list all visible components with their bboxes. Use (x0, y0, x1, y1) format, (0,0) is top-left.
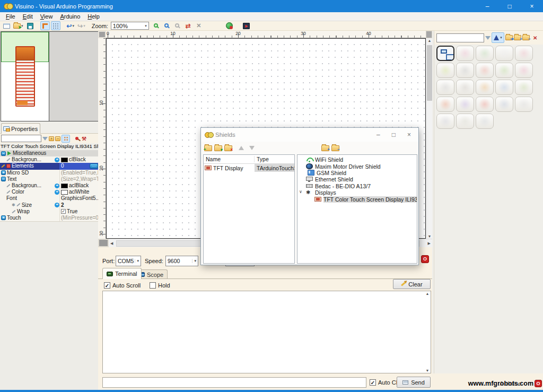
property-row-font[interactable]: FontGraphicsFont5... (0, 195, 98, 202)
component-search-input[interactable] (436, 33, 484, 42)
add-shield-button[interactable]: + (204, 145, 212, 151)
canvas-vertical-scrollbar[interactable]: ▲ ▼ (426, 38, 432, 239)
menu-edit[interactable]: Edit (19, 13, 37, 20)
menu-arduino[interactable]: Arduino (56, 13, 84, 20)
terminal-output[interactable]: ▲ ▼ (102, 291, 431, 373)
palette-item-19[interactable] (495, 97, 513, 112)
menu-file[interactable]: File (2, 13, 19, 20)
clear-button[interactable]: Clear (393, 279, 431, 289)
pin-icon[interactable] (75, 137, 78, 140)
palette-item-16[interactable] (436, 97, 454, 112)
tree-item-tft-color-touch-screen-display-ili9341-shield[interactable]: TFT Color Touch Screen Display ILI9341 S… (297, 196, 417, 202)
route-mode-toggle[interactable] (40, 21, 50, 30)
hold-checkbox[interactable]: Hold (150, 282, 170, 289)
close-button[interactable]: × (521, 0, 543, 12)
collapse-tree-button[interactable]: − (331, 145, 339, 151)
category-view-button[interactable] (62, 135, 70, 143)
upload-button[interactable]: ► (242, 21, 251, 30)
send-input[interactable] (102, 377, 366, 388)
save-button[interactable] (25, 21, 35, 30)
tree-item-bedac-be-dio-a13-7[interactable]: Bedac - BE-DIO A13/7 (297, 183, 417, 189)
zoom-reset-button[interactable] (173, 21, 182, 30)
palette-item-9[interactable] (495, 63, 513, 78)
refresh-button[interactable]: ⇄ (183, 21, 193, 30)
status-stop-icon[interactable]: O (535, 380, 542, 387)
menu-help[interactable]: Help (84, 13, 103, 20)
palette-item-4[interactable] (495, 46, 513, 61)
property-row-color[interactable]: Color+aclWhite (0, 189, 98, 195)
disconnect-icon[interactable]: O (421, 255, 429, 263)
expand-categories-icon[interactable]: + (514, 35, 521, 40)
send-button[interactable]: Send (397, 377, 431, 388)
property-row-micro-sd[interactable]: +Micro SD(Enabled=True,El... (0, 170, 98, 176)
palette-item-1[interactable] (436, 46, 454, 61)
list-header[interactable]: Name Type (204, 155, 294, 164)
property-row-backgroun-[interactable]: Backgroun...+aclBlack (0, 182, 98, 189)
tab-properties[interactable]: Properties (1, 123, 40, 134)
tree-item-gsm-shield[interactable]: GSM Shield (297, 170, 417, 176)
dialog-minimize-button[interactable]: – (376, 131, 380, 138)
palette-item-22[interactable] (456, 114, 474, 129)
move-up-button[interactable] (239, 146, 244, 150)
property-row-elements[interactable]: Elements0··· (0, 163, 98, 169)
tree-item-maxim-motor-driver-shield[interactable]: Maxim Motor Driver Shield (297, 163, 417, 169)
palette-item-3[interactable] (476, 46, 494, 61)
dialog-close-button[interactable]: × (407, 131, 411, 138)
grid-toggle[interactable] (51, 21, 60, 30)
delete-button[interactable]: ✕ (194, 21, 204, 30)
open-button[interactable]: ➤▾ (12, 21, 24, 30)
scroll-left-arrow[interactable]: ◀ (110, 241, 113, 246)
palette-item-6[interactable] (436, 63, 454, 78)
property-row-size[interactable]: ✱Size+2 (0, 202, 98, 208)
expand-all-icon[interactable]: + (49, 136, 54, 141)
auto-scroll-checkbox[interactable]: ✓Auto Scroll (104, 282, 141, 289)
duplicate-shield-button[interactable]: ▾ (214, 145, 222, 151)
undo-button[interactable]: ↩▾ (66, 21, 76, 30)
tree-item-wifi-shield[interactable]: WiFi Shield (297, 156, 417, 163)
tab-terminal[interactable]: Terminal (102, 268, 142, 279)
expand-tree-button[interactable]: + (321, 145, 329, 151)
palette-item-12[interactable] (456, 80, 474, 95)
scroll-right-arrow[interactable]: ▶ (428, 241, 431, 246)
property-row-text[interactable]: −Text(Size=2,Wrap=Tr... (0, 176, 98, 182)
zoom-in-button[interactable] (152, 21, 161, 30)
component-preview[interactable] (1, 31, 49, 121)
filter-icon[interactable] (42, 137, 48, 141)
dialog-maximize-button[interactable]: □ (392, 131, 396, 138)
zoom-select[interactable]: 100%▾ (111, 22, 149, 30)
scroll-up-arrow[interactable]: ▲ (426, 39, 433, 42)
terminal-scroll-down[interactable]: ▼ (425, 369, 430, 372)
collapse-categories-icon[interactable]: − (522, 35, 530, 40)
palette-item-5[interactable] (515, 46, 533, 61)
palette-item-8[interactable] (476, 63, 494, 78)
scroll-down-arrow[interactable]: ▼ (426, 234, 433, 238)
menu-view[interactable]: View (37, 13, 57, 20)
settings-icon[interactable]: ⚒ (82, 136, 86, 142)
vertical-scroll-thumb[interactable] (427, 45, 432, 101)
palette-item-15[interactable] (515, 80, 533, 95)
property-row-backgroun-[interactable]: Backgroun...+clBlack (0, 156, 98, 163)
new-project-button[interactable] (2, 21, 11, 30)
redo-button[interactable]: ↪▾ (76, 21, 86, 30)
web-help-button[interactable] (225, 21, 234, 30)
minimize-button[interactable]: – (476, 0, 498, 12)
zoom-out-button[interactable] (162, 21, 172, 30)
move-down-button[interactable] (249, 146, 255, 150)
palette-item-10[interactable] (515, 63, 533, 78)
wizard-button[interactable]: ▾ (492, 32, 504, 43)
properties-search-input[interactable] (1, 135, 41, 142)
palette-item-23[interactable] (476, 114, 494, 129)
property-row-wrap[interactable]: Wrap✓True (0, 208, 98, 215)
open-category-icon[interactable]: ➜ (505, 35, 513, 40)
dialog-title-bar[interactable]: Shields – □ × (201, 128, 418, 142)
property-row-miscellaneous[interactable]: −Miscellaneous (0, 150, 98, 156)
palette-item-13[interactable] (476, 80, 494, 95)
resize-grip[interactable] (98, 239, 109, 247)
component-filter-icon[interactable] (485, 36, 491, 40)
palette-item-18[interactable] (476, 97, 494, 112)
collapse-all-icon[interactable]: − (55, 136, 60, 141)
column-name[interactable]: Name (204, 156, 255, 162)
palette-item-11[interactable] (436, 80, 454, 95)
property-row-touch[interactable]: +Touch(MinPressure=0.0... (0, 215, 98, 221)
palette-item-2[interactable] (456, 46, 474, 61)
